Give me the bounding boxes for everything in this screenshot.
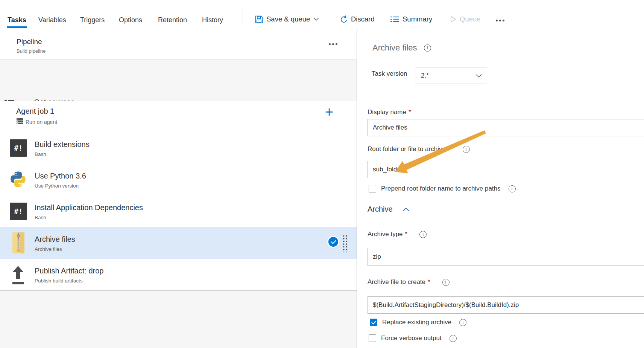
selected-check-icon xyxy=(328,237,338,247)
summary-label: Summary xyxy=(402,15,432,23)
summary-button[interactable]: Summary xyxy=(390,15,432,23)
tab-options[interactable]: Options xyxy=(119,16,142,24)
task-subtitle: Use Python version xyxy=(35,183,79,189)
info-icon[interactable] xyxy=(450,335,457,342)
active-tab-underline xyxy=(7,26,27,28)
task-version-dropdown[interactable]: 2.* xyxy=(416,67,487,84)
replace-archive-checkbox[interactable] xyxy=(370,319,377,326)
archive-section-title: Archive xyxy=(368,205,393,214)
verbose-output-checkbox[interactable] xyxy=(369,334,376,342)
chevron-up-icon xyxy=(402,205,410,214)
queue-button-disabled[interactable]: Queue xyxy=(450,15,481,23)
info-icon[interactable] xyxy=(424,44,431,52)
archive-section-header[interactable]: Archive xyxy=(368,205,410,214)
pipeline-more-icon[interactable] xyxy=(329,43,331,45)
task-row-archive-files-selected[interactable]: Archive files Archive files xyxy=(0,227,357,259)
archive-type-input[interactable] xyxy=(368,248,644,266)
task-subtitle: Publish build artifacts xyxy=(35,278,83,284)
top-bar: Tasks Variables Triggers Options Retenti… xyxy=(0,0,644,30)
chevron-down-icon[interactable] xyxy=(313,17,319,21)
bash-icon xyxy=(10,203,27,220)
agent-job-subtitle-row: Run on agent xyxy=(17,118,57,125)
info-icon[interactable] xyxy=(442,279,450,286)
save-and-queue-button[interactable]: Save & queue xyxy=(255,15,319,23)
archive-file-input[interactable] xyxy=(368,296,644,314)
save-and-queue-label: Save & queue xyxy=(266,15,310,23)
get-sources-row[interactable]: Get sources gt-scan-api master xyxy=(0,60,357,101)
tab-tasks[interactable]: Tasks xyxy=(8,16,26,24)
details-header-row: Archive files xyxy=(372,43,431,53)
agent-job-subtitle: Run on agent xyxy=(26,119,57,125)
pipeline-header-card[interactable]: Pipeline Build pipeline xyxy=(0,29,357,60)
tab-retention[interactable]: Retention xyxy=(158,16,187,24)
task-subtitle: Bash xyxy=(35,215,46,220)
info-icon[interactable] xyxy=(463,146,470,153)
azure-devops-pipeline-editor: Tasks Variables Triggers Options Retenti… xyxy=(0,0,644,348)
replace-archive-label: Replace existing archive xyxy=(382,319,451,326)
info-icon[interactable] xyxy=(509,185,516,192)
pipeline-title: Pipeline xyxy=(17,38,42,46)
task-title: Build extensions xyxy=(35,140,90,149)
archive-file-label: Archive file to create* xyxy=(368,278,450,286)
task-title: Archive files xyxy=(35,235,75,244)
bash-icon xyxy=(10,139,27,157)
prepend-checkbox-row: Prepend root folder name to archive path… xyxy=(369,185,516,192)
chevron-down-icon xyxy=(475,74,487,78)
publish-artifact-icon xyxy=(11,266,26,285)
undo-icon xyxy=(340,15,348,23)
pipeline-subtitle: Build pipeline xyxy=(17,48,46,54)
save-icon xyxy=(255,15,263,23)
info-icon[interactable] xyxy=(459,319,466,326)
display-name-label: Display name* xyxy=(368,108,411,116)
list-icon xyxy=(390,16,399,23)
archive-type-label: Archive type* xyxy=(368,230,427,238)
verbose-output-checkbox-row: Force verbose output xyxy=(369,334,457,342)
agent-job-row[interactable]: Agent job 1 Run on agent + xyxy=(0,101,357,132)
details-title: Archive files xyxy=(372,43,417,53)
discard-label: Discard xyxy=(351,15,375,23)
play-icon xyxy=(450,15,456,23)
tab-variables[interactable]: Variables xyxy=(38,16,66,24)
tab-triggers[interactable]: Triggers xyxy=(80,16,105,24)
info-icon[interactable] xyxy=(419,231,427,238)
verbose-output-label: Force verbose output xyxy=(381,334,442,342)
task-subtitle: Bash xyxy=(35,151,46,157)
task-row-use-python[interactable]: Use Python 3.6 Use Python version xyxy=(0,164,357,195)
task-subtitle: Archive files xyxy=(35,246,62,252)
archive-zip-icon xyxy=(11,231,26,255)
task-row-install-dependencies[interactable]: Install Application Dependencies Bash xyxy=(0,195,357,227)
toolbar-divider xyxy=(243,8,243,23)
prepend-checkbox[interactable] xyxy=(369,185,376,192)
python-icon xyxy=(9,170,27,188)
section-divider xyxy=(399,211,643,211)
task-list: Build extensions Bash Use Python 3.6 Use… xyxy=(0,132,357,291)
task-version-label: Task version xyxy=(372,70,407,78)
drag-handle-icon[interactable] xyxy=(342,235,348,252)
more-actions-icon[interactable] xyxy=(496,20,498,21)
add-task-icon[interactable]: + xyxy=(325,104,333,120)
agent-job-title: Agent job 1 xyxy=(16,107,54,116)
task-version-value: 2.* xyxy=(416,72,475,79)
task-title: Publish Artifact: drop xyxy=(35,267,103,275)
display-name-input[interactable] xyxy=(368,119,644,136)
agent-icon xyxy=(17,118,23,125)
root-folder-input[interactable] xyxy=(368,161,644,178)
task-row-publish-artifact[interactable]: Publish Artifact: drop Publish build art… xyxy=(0,259,357,291)
discard-button[interactable]: Discard xyxy=(340,15,375,23)
task-details-panel: Archive files Task version 2.* Display n… xyxy=(357,29,644,348)
pipeline-tree-panel: Pipeline Build pipeline Get sources gt-s… xyxy=(0,29,357,348)
task-title: Use Python 3.6 xyxy=(35,172,86,180)
queue-label: Queue xyxy=(460,15,481,23)
tab-history[interactable]: History xyxy=(202,16,223,24)
task-row-build-extensions[interactable]: Build extensions Bash xyxy=(0,132,357,164)
root-folder-label: Root folder or file to archive* xyxy=(368,145,470,153)
task-title: Install Application Dependencies xyxy=(35,203,143,212)
prepend-checkbox-label: Prepend root folder name to archive path… xyxy=(381,185,501,192)
replace-archive-checkbox-row: Replace existing archive xyxy=(370,319,466,326)
